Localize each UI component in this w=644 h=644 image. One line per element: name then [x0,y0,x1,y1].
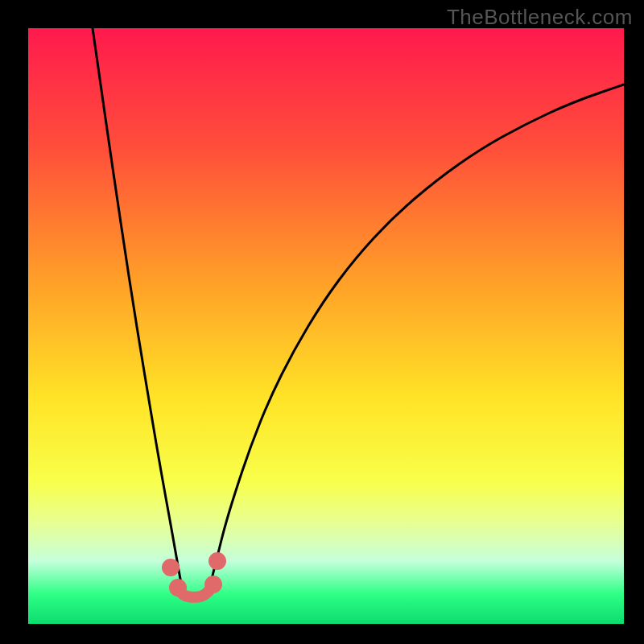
watermark-text: TheBottleneck.com [447,5,633,30]
plot-area [28,28,624,624]
chart-svg [28,28,624,624]
marker-dot [208,552,226,570]
gradient-background [28,28,624,624]
marker-dot [204,576,222,593]
chart-frame: TheBottleneck.com [0,0,644,644]
marker-dot [162,559,180,576]
marker-dot [169,579,187,597]
